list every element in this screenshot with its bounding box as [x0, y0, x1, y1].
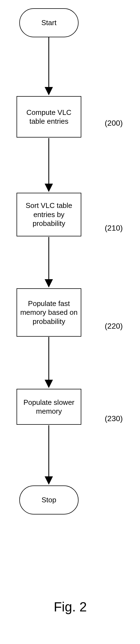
- terminator-stop: Stop: [19, 485, 79, 514]
- label-220: (220): [105, 322, 123, 331]
- figure-caption: Fig. 2: [54, 599, 87, 614]
- terminator-start: Start: [19, 8, 79, 37]
- flowchart-canvas: Start Compute VLC table entries (200) So…: [0, 0, 140, 644]
- process-200: Compute VLC table entries: [17, 96, 81, 138]
- process-230: Populate slower memory: [17, 389, 81, 425]
- label-200: (200): [105, 119, 123, 128]
- label-210: (210): [105, 224, 123, 233]
- process-220: Populate fast memory based on probabilit…: [17, 288, 81, 337]
- process-210: Sort VLC table entries by probability: [17, 193, 81, 236]
- label-230: (230): [105, 414, 123, 423]
